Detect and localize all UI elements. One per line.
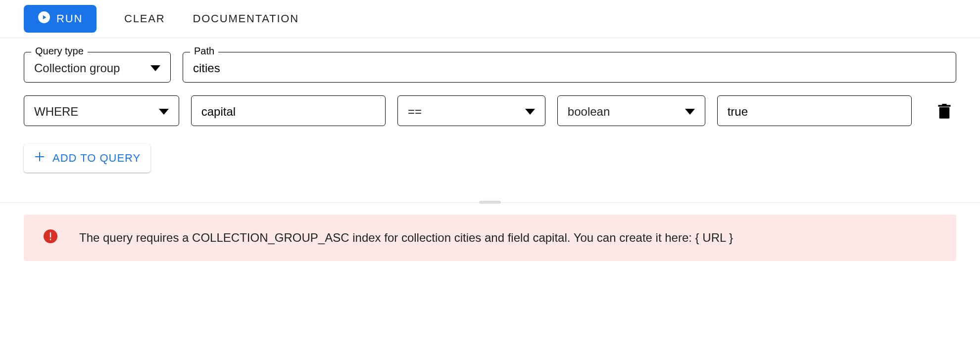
chevron-down-icon	[159, 109, 169, 115]
clear-button[interactable]: CLEAR	[124, 12, 165, 25]
where-type-value: boolean	[568, 105, 610, 119]
chevron-down-icon	[525, 109, 535, 115]
delete-condition-button[interactable]	[932, 99, 956, 126]
where-value-input-wrap[interactable]	[717, 95, 912, 126]
run-button[interactable]: RUN	[24, 5, 97, 33]
path-input[interactable]	[193, 61, 946, 75]
error-message-box: The query requires a COLLECTION_GROUP_AS…	[24, 215, 956, 261]
where-value-input[interactable]	[728, 105, 901, 119]
add-to-query-button[interactable]: ADD TO QUERY	[24, 144, 150, 173]
path-input-wrap[interactable]	[183, 52, 956, 83]
where-op-value: ==	[408, 105, 422, 119]
where-op-select[interactable]: ==	[397, 95, 545, 126]
play-circle-icon	[38, 11, 50, 27]
svg-rect-1	[939, 107, 950, 119]
documentation-button[interactable]: DOCUMENTATION	[193, 12, 298, 25]
chevron-down-icon	[685, 109, 695, 115]
query-type-value: Collection group	[34, 61, 120, 75]
run-label: RUN	[56, 12, 83, 25]
svg-rect-6	[50, 239, 51, 240]
error-message-text: The query requires a COLLECTION_GROUP_AS…	[79, 231, 733, 245]
add-to-query-label: ADD TO QUERY	[52, 152, 141, 165]
svg-rect-5	[50, 232, 51, 238]
plus-icon	[34, 151, 46, 166]
clause-value: WHERE	[34, 105, 78, 119]
resize-handle[interactable]	[479, 201, 501, 204]
error-icon	[44, 229, 57, 246]
result-panel: The query requires a COLLECTION_GROUP_AS…	[0, 203, 980, 273]
svg-rect-3	[942, 104, 946, 105]
chevron-down-icon	[150, 65, 160, 71]
query-header-row: Collection group	[24, 52, 956, 83]
clause-select[interactable]: WHERE	[24, 95, 179, 126]
where-field-input[interactable]	[201, 105, 375, 119]
query-type-select[interactable]: Collection group	[24, 52, 171, 83]
where-field-input-wrap[interactable]	[191, 95, 386, 126]
where-row: WHERE == boolean	[24, 95, 956, 126]
where-type-select[interactable]: boolean	[557, 95, 705, 126]
query-builder: Collection group WHERE == boolean	[0, 38, 980, 203]
query-toolbar: RUN CLEAR DOCUMENTATION	[0, 0, 980, 38]
trash-icon	[937, 104, 951, 121]
